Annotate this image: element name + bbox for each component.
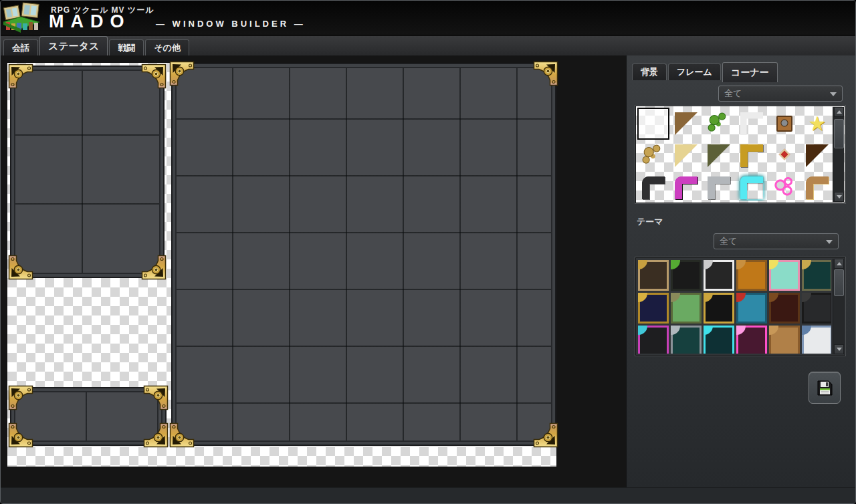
- gold-corner-ornament: [8, 385, 33, 410]
- scrollbar-thumb[interactable]: [834, 269, 844, 296]
- theme-item-pink-neon-purple[interactable]: [736, 326, 767, 354]
- window-tile-grid: [15, 71, 159, 273]
- mado-logo-icon: [2, 2, 41, 34]
- scroll-up-button[interactable]: [834, 259, 844, 269]
- gold-corner-ornament: [169, 61, 195, 86]
- triangle-down-icon: [837, 195, 842, 199]
- content-area: 背景 フレーム コーナー 全て ★ テーマ 全て: [1, 55, 856, 487]
- theme-item-amber-wood[interactable]: [736, 260, 767, 291]
- gold-corner-ornament: [143, 422, 169, 448]
- corner-item-cyan-neon[interactable]: [737, 173, 766, 201]
- right-panel: 背景 フレーム コーナー 全て ★ テーマ 全て: [626, 55, 856, 487]
- scroll-down-button[interactable]: [834, 344, 844, 354]
- theme-corner-accent: [671, 260, 680, 269]
- corner-list-scrollbar[interactable]: [833, 107, 844, 202]
- gold-corner-ornament: [533, 422, 558, 448]
- corner-item-metal-plate[interactable]: [737, 109, 766, 138]
- theme-list-items: [637, 259, 831, 354]
- theme-item-neon-magenta-dots[interactable]: [638, 326, 669, 354]
- tab-background[interactable]: 背景: [632, 64, 667, 80]
- theme-corner-accent: [736, 293, 746, 302]
- theme-corner-accent: [638, 326, 647, 335]
- tab-other[interactable]: その他: [145, 39, 189, 55]
- theme-item-wood-pole-floor[interactable]: [769, 326, 800, 354]
- tall-preview-window[interactable]: [10, 66, 165, 278]
- corner-item-dotted-tan[interactable]: [671, 141, 701, 170]
- theme-corner-accent: [704, 293, 713, 302]
- theme-item-foliage-black[interactable]: [671, 260, 702, 291]
- corner-item-leather-triangle[interactable]: [671, 109, 701, 138]
- tab-corner[interactable]: コーナー: [722, 62, 778, 82]
- pink-neon-corner-icon: [773, 176, 796, 199]
- large-preview-window[interactable]: [171, 63, 556, 446]
- theme-corner-accent: [704, 260, 713, 269]
- theme-item-leather-gold[interactable]: [638, 260, 669, 291]
- main-tabstrip: 会話 ステータス 戦闘 その他: [1, 35, 856, 55]
- star-corner-icon: ★: [806, 112, 829, 135]
- corner-item-wood-pole[interactable]: [802, 173, 831, 201]
- theme-corner-accent: [704, 326, 713, 335]
- corner-item-stud-block[interactable]: [770, 109, 799, 138]
- theme-item-navy-gold[interactable]: [638, 293, 669, 324]
- theme-section-label: テーマ: [637, 216, 663, 228]
- save-button[interactable]: [809, 372, 841, 404]
- tab-battle[interactable]: 戦闘: [109, 39, 144, 55]
- magenta-stripe-corner-icon: [675, 176, 698, 199]
- scroll-up-button[interactable]: [834, 107, 844, 117]
- theme-filter-dropdown[interactable]: 全て: [714, 233, 839, 249]
- corner-item-olive-triangle[interactable]: [704, 141, 734, 170]
- theme-item-cyan-neon-grid[interactable]: [704, 326, 734, 354]
- cyan-neon-corner-icon: [740, 176, 763, 199]
- theme-item-maroon-leather[interactable]: [769, 293, 800, 324]
- theme-item-white-frame[interactable]: [704, 260, 734, 291]
- corner-item-black-pipe[interactable]: [639, 173, 668, 201]
- wood-pole-corner-icon: [806, 176, 829, 199]
- corner-item-dark-swirl[interactable]: [802, 141, 831, 170]
- theme-item-black-diamond-gold[interactable]: [704, 293, 734, 324]
- corner-filter-dropdown[interactable]: 全て: [718, 86, 843, 102]
- theme-item-candy-mint[interactable]: [769, 260, 800, 291]
- theme-item-charcoal[interactable]: [802, 293, 831, 324]
- small-preview-window[interactable]: [10, 387, 167, 446]
- scrollbar-thumb[interactable]: [834, 119, 844, 148]
- corner-item-none[interactable]: [639, 109, 668, 138]
- corner-item-magenta-stripe[interactable]: [671, 173, 701, 201]
- app-title-suffix: — WINDOW BUILDER —: [156, 19, 306, 29]
- theme-corner-accent: [638, 293, 647, 302]
- triangle-down-icon: [837, 348, 842, 351]
- floppy-disk-icon: [816, 379, 834, 397]
- triangle-up-icon: [837, 262, 842, 265]
- gold-corner-ornament: [8, 422, 33, 448]
- window-tile-grid: [177, 68, 551, 440]
- corner-item-star[interactable]: ★: [802, 109, 831, 138]
- corner-item-red-gem[interactable]: [770, 141, 799, 170]
- metal-plate-corner-icon: [740, 112, 763, 135]
- scroll-down-button[interactable]: [834, 192, 844, 202]
- leather-triangle-corner-icon: [675, 112, 698, 135]
- theme-item-steel-teal[interactable]: [671, 326, 702, 354]
- corner-item-gold-scroll[interactable]: [639, 141, 668, 170]
- bottom-bar: [1, 487, 856, 504]
- corner-item-gold-bar[interactable]: [737, 141, 766, 170]
- corner-item-pink-neon[interactable]: [770, 173, 799, 201]
- tab-conversation[interactable]: 会話: [3, 39, 38, 55]
- steel-bracket-corner-icon: [708, 176, 730, 199]
- preview-canvas[interactable]: [7, 63, 556, 467]
- theme-corner-accent: [802, 293, 811, 302]
- theme-item-teal-gem[interactable]: [736, 293, 767, 324]
- theme-item-green-olive[interactable]: [671, 293, 702, 324]
- theme-list: [635, 257, 845, 356]
- theme-corner-accent: [769, 326, 778, 335]
- theme-list-scrollbar[interactable]: [833, 259, 844, 354]
- tab-frame[interactable]: フレーム: [668, 64, 721, 80]
- app-title: MADO: [49, 11, 131, 32]
- tab-status[interactable]: ステータス: [39, 36, 108, 55]
- corner-item-foliage[interactable]: [704, 109, 734, 138]
- theme-item-scroll-teal[interactable]: [802, 260, 831, 291]
- corner-item-steel-bracket[interactable]: [704, 173, 734, 201]
- none-corner-icon: [642, 112, 665, 135]
- gold-corner-ornament: [8, 255, 33, 280]
- gold-corner-ornament: [143, 385, 169, 410]
- theme-item-white-blue-pipe[interactable]: [802, 326, 831, 354]
- corner-list-items: ★: [637, 108, 831, 201]
